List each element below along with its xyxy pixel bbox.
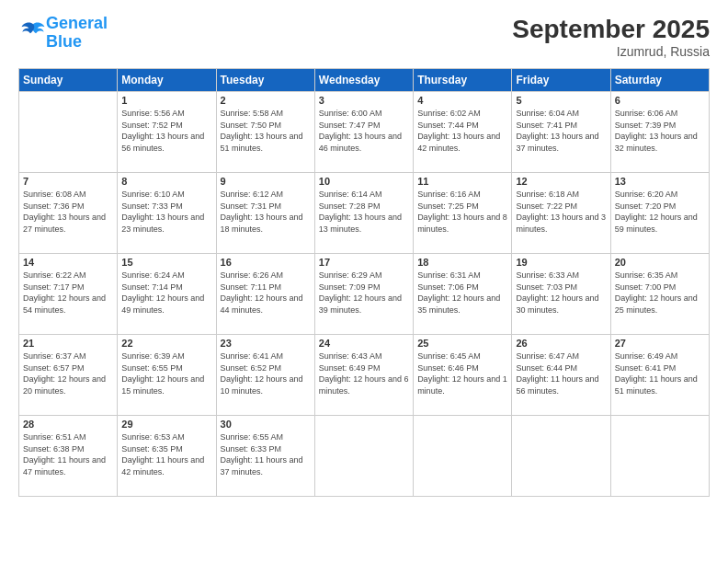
calendar-cell: 16Sunrise: 6:26 AMSunset: 7:11 PMDayligh… [216, 254, 314, 335]
calendar-cell: 9Sunrise: 6:12 AMSunset: 7:31 PMDaylight… [216, 173, 314, 254]
week-row-4: 21Sunrise: 6:37 AMSunset: 6:57 PMDayligh… [19, 335, 710, 416]
logo-general: General [46, 14, 108, 32]
calendar-cell: 15Sunrise: 6:24 AMSunset: 7:14 PMDayligh… [118, 254, 216, 335]
day-number: 30 [221, 419, 311, 430]
day-number: 23 [221, 338, 311, 349]
day-info: Sunrise: 6:24 AMSunset: 7:14 PMDaylight:… [121, 270, 211, 316]
col-monday: Monday [118, 69, 216, 92]
calendar-cell: 23Sunrise: 6:41 AMSunset: 6:52 PMDayligh… [216, 335, 314, 416]
day-info: Sunrise: 6:04 AMSunset: 7:41 PMDaylight:… [516, 108, 606, 154]
day-info: Sunrise: 6:26 AMSunset: 7:11 PMDaylight:… [221, 270, 311, 316]
week-row-5: 28Sunrise: 6:51 AMSunset: 6:38 PMDayligh… [19, 416, 710, 497]
day-info: Sunrise: 6:45 AMSunset: 6:46 PMDaylight:… [417, 350, 507, 396]
calendar-cell [414, 416, 512, 497]
logo: General Blue [18, 15, 108, 52]
day-number: 6 [615, 95, 705, 106]
calendar-cell: 30Sunrise: 6:55 AMSunset: 6:33 PMDayligh… [216, 416, 314, 497]
week-row-3: 14Sunrise: 6:22 AMSunset: 7:17 PMDayligh… [19, 254, 710, 335]
day-info: Sunrise: 6:55 AMSunset: 6:33 PMDaylight:… [221, 431, 311, 477]
calendar-cell: 20Sunrise: 6:35 AMSunset: 7:00 PMDayligh… [610, 254, 709, 335]
location: Izumrud, Russia [512, 44, 710, 59]
month-title: September 2025 [512, 15, 710, 44]
day-number: 11 [417, 176, 507, 187]
calendar-cell: 2Sunrise: 5:58 AMSunset: 7:50 PMDaylight… [216, 92, 314, 173]
day-info: Sunrise: 5:58 AMSunset: 7:50 PMDaylight:… [221, 108, 311, 154]
day-number: 19 [516, 257, 606, 268]
calendar-cell: 4Sunrise: 6:02 AMSunset: 7:44 PMDaylight… [414, 92, 512, 173]
day-info: Sunrise: 6:02 AMSunset: 7:44 PMDaylight:… [417, 108, 507, 154]
calendar-cell [314, 416, 413, 497]
day-number: 29 [121, 419, 211, 430]
calendar-cell: 18Sunrise: 6:31 AMSunset: 7:06 PMDayligh… [414, 254, 512, 335]
col-thursday: Thursday [414, 69, 512, 92]
day-info: Sunrise: 6:16 AMSunset: 7:25 PMDaylight:… [417, 189, 507, 235]
day-number: 8 [121, 176, 211, 187]
calendar-cell: 13Sunrise: 6:20 AMSunset: 7:20 PMDayligh… [610, 173, 709, 254]
page: General Blue September 2025 Izumrud, Rus… [0, 0, 728, 563]
day-number: 12 [516, 176, 606, 187]
day-info: Sunrise: 6:08 AMSunset: 7:36 PMDaylight:… [23, 189, 113, 235]
calendar-cell: 28Sunrise: 6:51 AMSunset: 6:38 PMDayligh… [19, 416, 118, 497]
col-wednesday: Wednesday [314, 69, 413, 92]
calendar-cell: 26Sunrise: 6:47 AMSunset: 6:44 PMDayligh… [512, 335, 610, 416]
day-number: 14 [23, 257, 113, 268]
day-number: 16 [221, 257, 311, 268]
day-number: 27 [615, 338, 705, 349]
logo-icon [20, 21, 46, 41]
day-info: Sunrise: 6:20 AMSunset: 7:20 PMDaylight:… [615, 189, 705, 235]
calendar-cell: 14Sunrise: 6:22 AMSunset: 7:17 PMDayligh… [19, 254, 118, 335]
title-block: September 2025 Izumrud, Russia [512, 15, 710, 59]
day-number: 28 [23, 419, 113, 430]
col-sunday: Sunday [19, 69, 118, 92]
day-number: 2 [221, 95, 311, 106]
calendar-cell [19, 92, 118, 173]
logo-blue: Blue [46, 32, 82, 51]
day-number: 13 [615, 176, 705, 187]
day-info: Sunrise: 6:12 AMSunset: 7:31 PMDaylight:… [221, 189, 311, 235]
calendar-cell: 27Sunrise: 6:49 AMSunset: 6:41 PMDayligh… [610, 335, 709, 416]
calendar-table: Sunday Monday Tuesday Wednesday Thursday… [18, 68, 710, 497]
day-info: Sunrise: 6:06 AMSunset: 7:39 PMDaylight:… [615, 108, 705, 154]
calendar-cell: 17Sunrise: 6:29 AMSunset: 7:09 PMDayligh… [314, 254, 413, 335]
day-info: Sunrise: 6:33 AMSunset: 7:03 PMDaylight:… [516, 270, 606, 316]
day-info: Sunrise: 6:39 AMSunset: 6:55 PMDaylight:… [121, 350, 211, 396]
calendar-cell: 8Sunrise: 6:10 AMSunset: 7:33 PMDaylight… [118, 173, 216, 254]
day-number: 4 [417, 95, 507, 106]
day-number: 24 [319, 338, 409, 349]
day-info: Sunrise: 6:31 AMSunset: 7:06 PMDaylight:… [417, 270, 507, 316]
calendar-cell: 29Sunrise: 6:53 AMSunset: 6:35 PMDayligh… [118, 416, 216, 497]
calendar-cell: 22Sunrise: 6:39 AMSunset: 6:55 PMDayligh… [118, 335, 216, 416]
calendar-cell: 5Sunrise: 6:04 AMSunset: 7:41 PMDaylight… [512, 92, 610, 173]
day-info: Sunrise: 6:37 AMSunset: 6:57 PMDaylight:… [23, 350, 113, 396]
day-info: Sunrise: 6:29 AMSunset: 7:09 PMDaylight:… [319, 270, 409, 316]
day-number: 21 [23, 338, 113, 349]
day-info: Sunrise: 5:56 AMSunset: 7:52 PMDaylight:… [121, 108, 211, 154]
day-info: Sunrise: 6:49 AMSunset: 6:41 PMDaylight:… [615, 350, 705, 396]
calendar-header-row: Sunday Monday Tuesday Wednesday Thursday… [19, 69, 710, 92]
calendar-cell: 10Sunrise: 6:14 AMSunset: 7:28 PMDayligh… [314, 173, 413, 254]
header: General Blue September 2025 Izumrud, Rus… [18, 15, 710, 59]
day-number: 20 [615, 257, 705, 268]
day-info: Sunrise: 6:35 AMSunset: 7:00 PMDaylight:… [615, 270, 705, 316]
day-number: 18 [417, 257, 507, 268]
day-info: Sunrise: 6:41 AMSunset: 6:52 PMDaylight:… [221, 350, 311, 396]
day-info: Sunrise: 6:10 AMSunset: 7:33 PMDaylight:… [121, 189, 211, 235]
calendar-cell: 3Sunrise: 6:00 AMSunset: 7:47 PMDaylight… [314, 92, 413, 173]
day-number: 17 [319, 257, 409, 268]
calendar-cell: 11Sunrise: 6:16 AMSunset: 7:25 PMDayligh… [414, 173, 512, 254]
day-info: Sunrise: 6:47 AMSunset: 6:44 PMDaylight:… [516, 350, 606, 396]
day-info: Sunrise: 6:53 AMSunset: 6:35 PMDaylight:… [121, 431, 211, 477]
calendar-cell: 24Sunrise: 6:43 AMSunset: 6:49 PMDayligh… [314, 335, 413, 416]
calendar-cell: 6Sunrise: 6:06 AMSunset: 7:39 PMDaylight… [610, 92, 709, 173]
day-number: 15 [121, 257, 211, 268]
day-number: 9 [221, 176, 311, 187]
calendar-cell [610, 416, 709, 497]
week-row-2: 7Sunrise: 6:08 AMSunset: 7:36 PMDaylight… [19, 173, 710, 254]
calendar-cell: 25Sunrise: 6:45 AMSunset: 6:46 PMDayligh… [414, 335, 512, 416]
calendar-cell: 19Sunrise: 6:33 AMSunset: 7:03 PMDayligh… [512, 254, 610, 335]
day-info: Sunrise: 6:51 AMSunset: 6:38 PMDaylight:… [23, 431, 113, 477]
day-info: Sunrise: 6:14 AMSunset: 7:28 PMDaylight:… [319, 189, 409, 235]
calendar-cell: 21Sunrise: 6:37 AMSunset: 6:57 PMDayligh… [19, 335, 118, 416]
col-tuesday: Tuesday [216, 69, 314, 92]
col-friday: Friday [512, 69, 610, 92]
